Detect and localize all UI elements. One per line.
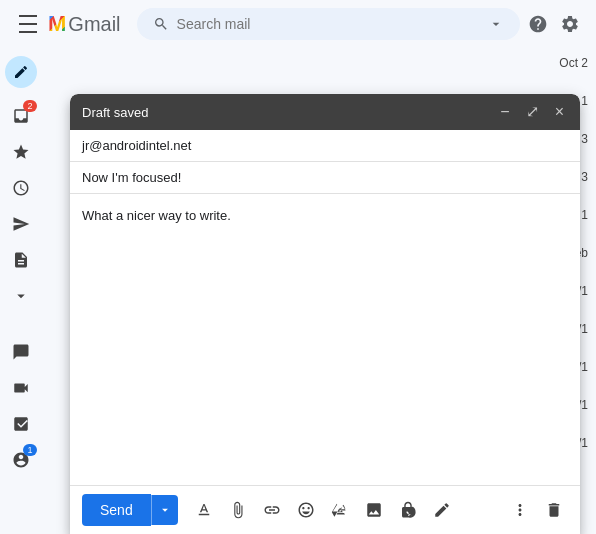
sidebar: 2 [0,48,42,534]
sidebar-tasks-icon[interactable] [5,408,37,440]
search-input[interactable] [177,16,480,32]
close-icon: × [555,104,564,120]
more-options-button[interactable] [506,496,534,524]
photo-button[interactable] [360,496,388,524]
subject-text: Now I'm focused! [82,170,181,185]
photo-icon [365,501,383,519]
subject-field: Now I'm focused! [70,162,580,194]
delete-button[interactable] [540,496,568,524]
mail-date-0: Oct 2 [555,56,588,70]
sidebar-clock-icon[interactable] [5,172,37,204]
search-icon [153,16,169,32]
to-address: jr@androidintel.net [82,138,191,153]
top-bar: M Gmail [0,0,596,48]
contacts-badge: 1 [23,444,37,456]
to-field: jr@androidintel.net [70,130,580,162]
tasks-icon [12,415,30,433]
link-button[interactable] [258,496,286,524]
sidebar-inbox-icon[interactable]: 2 [5,100,37,132]
compose-toolbar [186,496,498,524]
edit-icon [13,64,29,80]
signature-button[interactable] [428,496,456,524]
search-bar[interactable] [137,8,520,40]
minimize-icon: − [500,104,509,120]
sidebar-contacts-icon[interactable]: 1 [5,444,37,476]
sidebar-send-icon[interactable] [5,208,37,240]
sent-icon [12,215,30,233]
draft-icon [12,251,30,269]
confidential-button[interactable] [394,496,422,524]
body-text: What a nicer way to write. [82,208,231,223]
format-text-button[interactable] [190,496,218,524]
compose-header: Draft saved − ⤢ × [70,94,580,130]
sidebar-meet-icon[interactable] [5,372,37,404]
gmail-background: M Gmail [0,0,596,534]
send-button[interactable]: Send [82,494,151,526]
chat-icon [12,343,30,361]
maximize-icon: ⤢ [526,104,539,120]
close-button[interactable]: × [551,102,568,122]
sidebar-draft-icon[interactable] [5,244,37,276]
search-dropdown-icon[interactable] [488,16,504,32]
gmail-m-letter: M [48,11,66,37]
compose-footer-right [506,496,568,524]
link-icon [263,501,281,519]
chevron-down-icon [12,287,30,305]
top-bar-right [528,14,580,34]
compose-dialog-title: Draft saved [82,105,148,120]
more-vert-icon [511,501,529,519]
star-icon [12,143,30,161]
emoji-icon [297,501,315,519]
gmail-logo: M Gmail [48,11,121,37]
sidebar-chat-icon[interactable] [5,336,37,368]
compose-body[interactable]: What a nicer way to write. [70,194,580,485]
compose-small-button[interactable] [5,56,37,88]
emoji-button[interactable] [292,496,320,524]
menu-icon[interactable] [16,12,40,36]
minimize-button[interactable]: − [496,102,513,122]
drive-icon [331,501,349,519]
sidebar-star-icon[interactable] [5,136,37,168]
compose-fields: jr@androidintel.net Now I'm focused! Wha… [70,130,580,485]
inbox-badge: 2 [23,100,37,112]
attach-button[interactable] [224,496,252,524]
compose-header-actions: − ⤢ × [496,102,568,122]
signature-icon [433,501,451,519]
settings-icon[interactable] [560,14,580,34]
send-button-group: Send [82,494,178,526]
format-text-icon [195,501,213,519]
delete-icon [545,501,563,519]
meet-icon [12,379,30,397]
sidebar-chevron-icon[interactable] [5,280,37,312]
gmail-label: Gmail [68,13,120,36]
chevron-down-icon [158,503,172,517]
clock-icon [12,179,30,197]
send-dropdown-button[interactable] [151,495,178,525]
attach-icon [229,501,247,519]
lock-clock-icon [399,501,417,519]
compose-footer: Send [70,485,580,534]
maximize-button[interactable]: ⤢ [522,102,543,122]
compose-dialog: Draft saved − ⤢ × jr@androidintel.net No… [70,94,580,534]
help-icon[interactable] [528,14,548,34]
drive-button[interactable] [326,496,354,524]
